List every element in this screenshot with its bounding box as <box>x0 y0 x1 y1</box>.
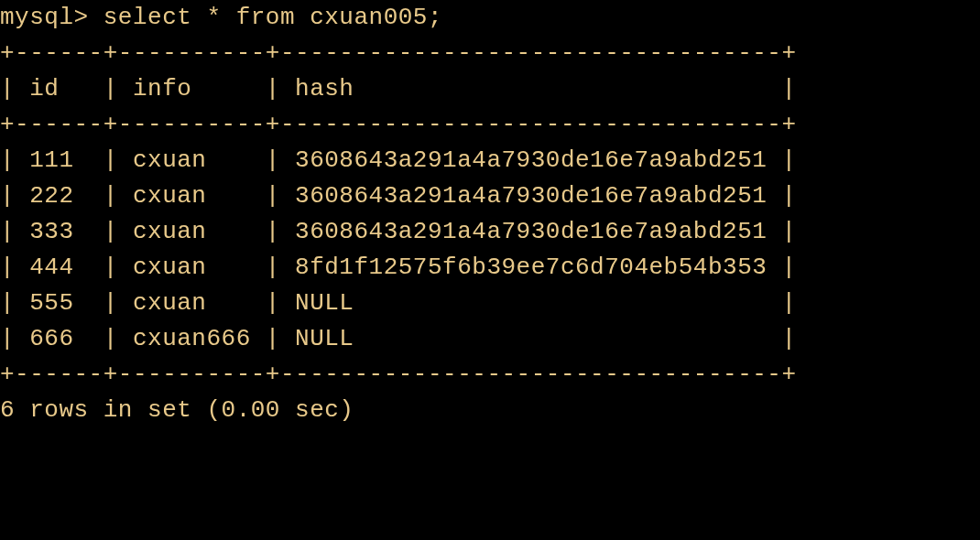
table-row: | 444 | cxuan | 8fd1f12575f6b39ee7c6d704… <box>0 250 980 286</box>
table-row: | 222 | cxuan | 3608643a291a4a7930de16e7… <box>0 178 980 214</box>
status-line: 6 rows in set (0.00 sec) <box>0 393 980 428</box>
table-row: | 666 | cxuan666 | NULL | <box>0 321 980 357</box>
table-border-mid: +------+----------+---------------------… <box>0 107 980 143</box>
table-header-row: | id | info | hash | <box>0 71 980 107</box>
mysql-terminal-output: mysql> select * from cxuan005;+------+--… <box>0 0 980 428</box>
table-border-top: +------+----------+---------------------… <box>0 36 980 71</box>
table-border-bottom: +------+----------+---------------------… <box>0 357 980 393</box>
table-row: | 555 | cxuan | NULL | <box>0 286 980 321</box>
table-row: | 333 | cxuan | 3608643a291a4a7930de16e7… <box>0 214 980 250</box>
mysql-prompt-line: mysql> select * from cxuan005; <box>0 0 980 36</box>
table-row: | 111 | cxuan | 3608643a291a4a7930de16e7… <box>0 143 980 178</box>
